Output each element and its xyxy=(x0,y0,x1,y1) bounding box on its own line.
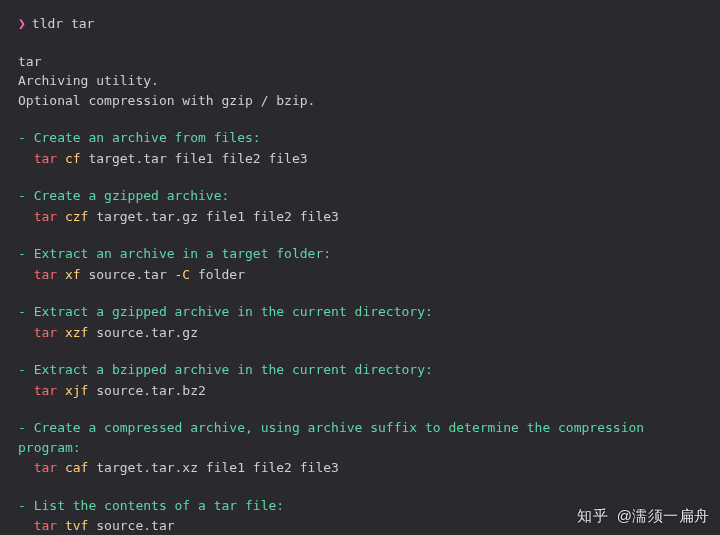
entry-description: - Extract a gzipped archive in the curre… xyxy=(18,302,702,322)
example-flag: caf xyxy=(65,460,88,475)
entry-description: - Extract a bzipped archive in the curre… xyxy=(18,360,702,380)
example-command: tar xyxy=(34,518,57,533)
example-flag: xjf xyxy=(65,383,88,398)
example-args: source.tar xyxy=(96,518,174,533)
command-name: tar xyxy=(18,52,702,72)
tldr-entry: - Create a gzipped archive:tar czf targe… xyxy=(18,186,702,226)
entry-description: - Extract an archive in a target folder: xyxy=(18,244,702,264)
entry-example: tar xf source.tar -C folder xyxy=(18,265,702,285)
example-flag: tvf xyxy=(65,518,88,533)
entry-example: tar xzf source.tar.gz xyxy=(18,323,702,343)
example-command: tar xyxy=(34,151,57,166)
example-command: tar xyxy=(34,383,57,398)
tldr-entry: - Create a compressed archive, using arc… xyxy=(18,418,702,478)
example-flag: xf xyxy=(65,267,81,282)
example-command: tar xyxy=(34,209,57,224)
command-summary-2: Optional compression with gzip / bzip. xyxy=(18,91,702,111)
example-flag: czf xyxy=(65,209,88,224)
tldr-entry: - Extract a bzipped archive in the curre… xyxy=(18,360,702,400)
example-args: target.tar file1 file2 file3 xyxy=(88,151,307,166)
example-command: tar xyxy=(34,460,57,475)
tldr-entry: - Extract a gzipped archive in the curre… xyxy=(18,302,702,342)
example-args: source.tar.gz xyxy=(96,325,198,340)
entry-description: - Create an archive from files: xyxy=(18,128,702,148)
tldr-entry: - Extract an archive in a target folder:… xyxy=(18,244,702,284)
tldr-entry: - Create an archive from files:tar cf ta… xyxy=(18,128,702,168)
example-args: source.tar xyxy=(88,267,166,282)
entry-example: tar czf target.tar.gz file1 file2 file3 xyxy=(18,207,702,227)
example-flag: -C xyxy=(175,267,191,282)
tldr-output: tar Archiving utility. Optional compress… xyxy=(18,52,702,536)
example-command: tar xyxy=(34,325,57,340)
example-args: folder xyxy=(198,267,245,282)
command-summary-1: Archiving utility. xyxy=(18,71,702,91)
entry-description: - Create a gzipped archive: xyxy=(18,186,702,206)
watermark-handle: @濡须一扁舟 xyxy=(617,507,710,524)
example-flag: cf xyxy=(65,151,81,166)
entry-example: tar xjf source.tar.bz2 xyxy=(18,381,702,401)
prompt-command: tldr tar xyxy=(32,16,95,31)
prompt-line[interactable]: ❯tldr tar xyxy=(18,14,702,34)
example-args: target.tar.xz file1 file2 file3 xyxy=(96,460,339,475)
example-flag: xzf xyxy=(65,325,88,340)
entry-example: tar cf target.tar file1 file2 file3 xyxy=(18,149,702,169)
example-command: tar xyxy=(34,267,57,282)
entry-example: tar caf target.tar.xz file1 file2 file3 xyxy=(18,458,702,478)
watermark: 知乎 @濡须一扁舟 xyxy=(577,505,710,528)
example-args: target.tar.gz file1 file2 file3 xyxy=(96,209,339,224)
entry-description: - Create a compressed archive, using arc… xyxy=(18,418,702,457)
prompt-symbol: ❯ xyxy=(18,16,26,31)
watermark-source: 知乎 xyxy=(577,507,608,524)
example-args: source.tar.bz2 xyxy=(96,383,206,398)
